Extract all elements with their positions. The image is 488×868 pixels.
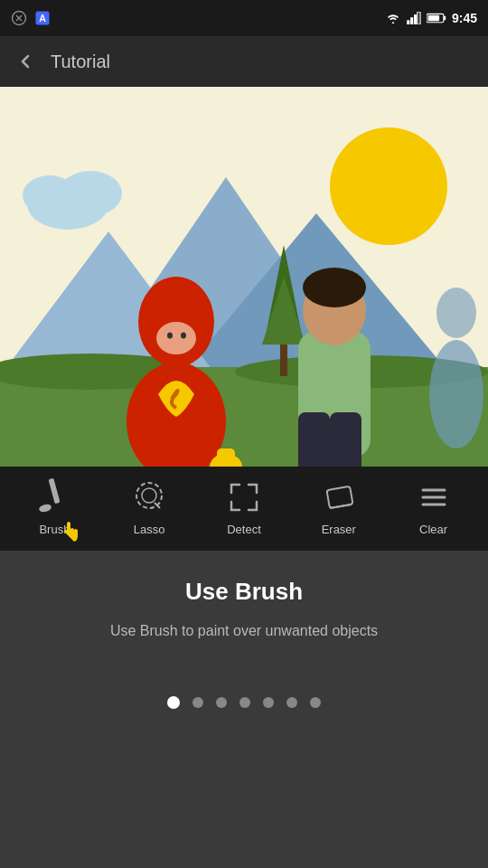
clear-icon-container [414,477,454,517]
dot-3[interactable] [216,697,227,708]
svg-line-47 [330,505,352,508]
svg-rect-8 [418,12,420,24]
lasso-icon [131,479,167,515]
lasso-icon-container [129,477,169,517]
svg-point-40 [436,288,476,338]
back-arrow-icon [14,51,36,72]
status-icons-left: A [11,10,51,26]
eraser-icon [321,479,357,515]
svg-point-14 [339,137,438,236]
header-title: Tutorial [51,52,110,72]
pagination [18,696,470,709]
svg-point-36 [303,268,366,307]
illustration [0,87,488,467]
svg-point-31 [181,333,186,339]
clear-tool[interactable]: Clear [414,477,454,536]
detect-tool[interactable]: Detect [224,477,264,536]
svg-rect-5 [407,20,409,24]
canvas-area: Brush Lasso [0,87,488,551]
svg-rect-38 [330,412,361,467]
back-button[interactable] [14,51,36,72]
wifi-icon [385,12,401,24]
a-icon: A [34,10,51,26]
svg-rect-41 [49,478,61,504]
svg-rect-6 [410,17,413,24]
dot-5[interactable] [263,697,274,708]
lasso-tool[interactable]: Lasso [129,477,169,536]
content-description: Use Brush to paint over unwanted objects [18,620,470,642]
x-icon [11,10,27,26]
status-bar: A 9:45 [0,0,488,36]
svg-rect-10 [444,16,446,21]
detect-icon-container [224,477,264,517]
dot-6[interactable] [286,697,297,708]
brush-icon [38,478,70,516]
svg-point-39 [429,340,483,448]
dot-2[interactable] [192,697,203,708]
brush-tool[interactable]: Brush [34,477,74,536]
touch-indicator [58,516,85,543]
content-title: Use Brush [18,578,470,606]
eraser-label: Eraser [322,523,356,536]
dot-4[interactable] [239,697,250,708]
eraser-icon-container [319,477,359,517]
battery-icon [427,12,446,24]
eraser-tool[interactable]: Eraser [319,477,359,536]
status-time: 9:45 [452,11,477,25]
svg-point-42 [39,503,53,513]
brush-icon-container [34,477,74,517]
detect-icon [226,479,262,515]
svg-rect-11 [428,15,440,21]
svg-point-29 [156,322,196,354]
svg-text:A: A [39,13,46,24]
lasso-label: Lasso [134,523,165,536]
content-area: Use Brush Use Brush to paint over unwant… [0,551,488,727]
svg-point-17 [23,175,77,215]
status-icons-right: 9:45 [385,11,477,25]
svg-rect-37 [298,412,330,467]
dot-1[interactable] [167,696,180,709]
clear-icon [416,479,452,515]
svg-point-30 [167,333,173,339]
clear-label: Clear [419,523,447,536]
detect-label: Detect [227,523,261,536]
svg-rect-7 [414,14,417,24]
signal-icon [407,12,421,24]
header: Tutorial [0,36,488,87]
toolbar: Brush Lasso [0,467,488,551]
svg-point-43 [136,483,162,508]
svg-rect-33 [217,448,235,467]
dot-7[interactable] [310,697,321,708]
svg-point-44 [142,488,156,503]
